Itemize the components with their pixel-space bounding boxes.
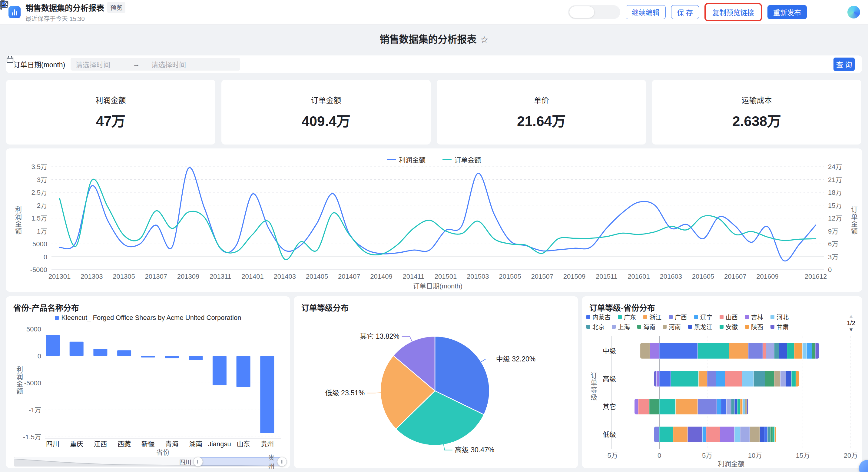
order-province-panel: 订单等级-省份分布 内蒙古广东浙江广西辽宁山西吉林河北 北京上海海南河南黑龙江安…: [582, 296, 862, 468]
republish-button[interactable]: 重新发布: [768, 5, 807, 19]
svg-text:2万: 2万: [37, 202, 47, 209]
category-zoom-slider[interactable]: 四川 贵州: [14, 457, 283, 467]
save-button[interactable]: 保 存: [671, 5, 699, 19]
svg-text:12万: 12万: [828, 214, 842, 222]
svg-text:201307: 201307: [145, 273, 167, 280]
svg-text:201509: 201509: [563, 273, 585, 280]
kpi-value: 21.64万: [517, 110, 566, 130]
svg-text:201603: 201603: [660, 273, 682, 280]
kpi-value: 409.4万: [302, 110, 350, 130]
kpi-label: 利润金额: [95, 94, 126, 105]
kpi-label: 运输成本: [741, 94, 772, 105]
svg-text:四川: 四川: [46, 440, 59, 448]
continue-edit-button[interactable]: 继续编辑: [626, 5, 666, 19]
svg-text:15万: 15万: [796, 452, 810, 459]
copy-preview-link-button[interactable]: 复制预览链接: [707, 5, 760, 19]
svg-text:贵州: 贵州: [260, 440, 274, 448]
svg-text:2.5万: 2.5万: [31, 189, 47, 196]
svg-text:201503: 201503: [467, 273, 489, 280]
svg-text:-1万: -1万: [28, 406, 41, 414]
more-menu-button[interactable]: [830, 6, 842, 18]
kpi-card: 运输成本2.638万: [652, 80, 861, 145]
svg-text:其它: 其它: [603, 403, 616, 411]
trend-line-chart[interactable]: 3.5万24万3万21万2.5万18万2万15万1.5万12万1万9万50006…: [6, 148, 862, 292]
share-button[interactable]: [812, 6, 825, 18]
kpi-value: 2.638万: [732, 110, 781, 130]
svg-text:21万: 21万: [828, 176, 842, 184]
svg-text:利润金额: 利润金额: [718, 460, 744, 468]
report-title: 销售数据集的分析报表: [26, 2, 104, 13]
range-arrow: →: [133, 60, 140, 68]
order-province-stacked-chart[interactable]: -5万05万10万15万20万利润金额中级高级其它低级: [582, 296, 862, 468]
desktop-view-button[interactable]: [569, 6, 594, 18]
favorite-star-icon[interactable]: ☆: [480, 34, 489, 45]
province-bar-chart[interactable]: 50000-5000-1万-1.5万四川重庆江西西藏新疆青海湖南Jiangsu山…: [6, 296, 290, 457]
svg-text:201507: 201507: [531, 273, 553, 280]
order-level-pie-chart[interactable]: 中级 32.20%高级 30.47%低级 23.51%其它 13.82%: [294, 296, 578, 468]
svg-text:新疆: 新疆: [142, 440, 155, 448]
svg-text:201601: 201601: [627, 273, 650, 280]
kpi-value: 47万: [96, 110, 125, 130]
avatar[interactable]: [847, 6, 860, 19]
last-saved-text: 最近保存于今天 15:30: [26, 14, 125, 23]
svg-text:201411: 201411: [403, 273, 424, 280]
svg-text:订单日期(month): 订单日期(month): [413, 282, 462, 290]
app-logo-icon: [8, 6, 21, 18]
svg-text:201511: 201511: [596, 273, 618, 280]
svg-text:201303: 201303: [81, 273, 103, 280]
svg-text:201405: 201405: [306, 273, 328, 280]
svg-text:201305: 201305: [113, 273, 135, 280]
date-end-placeholder: 请选择时间: [151, 59, 186, 69]
svg-text:山东: 山东: [237, 440, 250, 448]
mobile-view-button[interactable]: [594, 6, 619, 18]
svg-text:201407: 201407: [338, 273, 360, 280]
svg-text:其它 13.82%: 其它 13.82%: [360, 332, 399, 340]
svg-text:0: 0: [657, 452, 661, 459]
svg-text:0: 0: [828, 266, 832, 273]
copy-link-highlight-box: 复制预览链接: [705, 3, 762, 21]
svg-text:-5000: -5000: [24, 379, 41, 387]
slider-from-label: 四川: [179, 458, 191, 466]
date-start-placeholder: 请选择时间: [75, 59, 110, 69]
page-title: 销售数据集的分析报表☆: [0, 31, 868, 46]
device-toggle[interactable]: [568, 5, 620, 19]
svg-text:201609: 201609: [756, 273, 778, 280]
svg-text:-5万: -5万: [605, 452, 618, 459]
kpi-label: 订单金额: [311, 94, 341, 105]
svg-text:18万: 18万: [828, 189, 842, 196]
svg-text:20万: 20万: [844, 452, 858, 459]
svg-text:201403: 201403: [274, 273, 296, 280]
svg-text:中级: 中级: [603, 347, 616, 355]
slider-right-handle[interactable]: [277, 457, 287, 467]
svg-text:201607: 201607: [724, 273, 746, 280]
svg-text:低级: 低级: [603, 431, 616, 438]
preview-badge: 预览: [107, 2, 125, 13]
svg-text:15万: 15万: [828, 202, 842, 209]
svg-text:201612: 201612: [805, 273, 827, 280]
svg-text:西藏: 西藏: [118, 440, 131, 448]
svg-text:5000: 5000: [26, 325, 41, 333]
svg-text:9万: 9万: [828, 228, 838, 235]
query-button[interactable]: 查 询: [834, 58, 855, 71]
svg-text:201501: 201501: [435, 273, 457, 280]
svg-text:201301: 201301: [49, 273, 70, 280]
svg-text:5000: 5000: [32, 240, 47, 248]
svg-text:0: 0: [37, 352, 41, 360]
svg-text:3.5万: 3.5万: [31, 163, 47, 171]
svg-text:201401: 201401: [241, 273, 264, 280]
svg-text:3万: 3万: [37, 176, 47, 184]
kpi-label: 单价: [534, 94, 549, 105]
svg-text:0: 0: [43, 253, 47, 261]
svg-text:201605: 201605: [692, 273, 714, 280]
svg-text:-5000: -5000: [30, 266, 47, 273]
slider-left-handle[interactable]: [193, 457, 203, 467]
svg-text:201311: 201311: [210, 273, 231, 280]
svg-text:低级 23.51%: 低级 23.51%: [325, 389, 365, 397]
date-range-picker[interactable]: 请选择时间 → 请选择时间: [70, 58, 240, 70]
svg-text:湖南: 湖南: [189, 440, 202, 448]
svg-text:高级: 高级: [603, 375, 616, 383]
order-level-pie-panel: 订单等级分布 中级 32.20%高级 30.47%低级 23.51%其它 13.…: [294, 296, 578, 468]
svg-text:-1.5万: -1.5万: [23, 433, 41, 441]
svg-text:6万: 6万: [828, 240, 838, 248]
svg-text:江西: 江西: [94, 440, 107, 448]
